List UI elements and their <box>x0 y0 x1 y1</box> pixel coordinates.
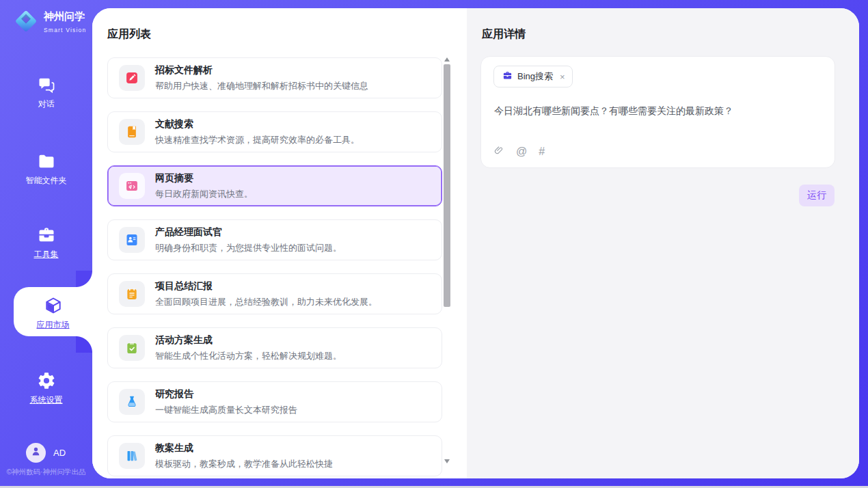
app-name: 产品经理面试官 <box>155 226 342 239</box>
edit-square-icon <box>119 65 145 91</box>
app-description: 每日政府新闻资讯快查。 <box>155 188 253 200</box>
app-description: 一键智能生成高质量长文本研究报告 <box>155 404 297 416</box>
query-input[interactable]: 今日湖北有哪些新闻要点？有哪些需要关注的最新政策？ <box>494 104 822 118</box>
app-list-item[interactable]: 网页摘要 每日政府新闻资讯快查。 <box>107 165 442 206</box>
logo-diamond-icon <box>12 8 40 38</box>
notepad-icon <box>119 281 145 307</box>
app-detail-panel: 应用详情 Bing搜索 × 今日湖北有哪些新闻要点？有哪些需要关注的最新政策？ … <box>467 8 859 478</box>
app-detail-title: 应用详情 <box>482 27 526 42</box>
sidebar-item-label: 对话 <box>0 98 92 110</box>
app-description: 帮助用户快速、准确地理解和解析招标书中的关键信息 <box>155 80 368 92</box>
user-name: AD <box>53 448 66 458</box>
sidebar-item-settings[interactable]: 系统设置 <box>0 371 92 406</box>
run-button[interactable]: 运行 <box>799 185 835 206</box>
app-name: 活动方案生成 <box>155 334 342 347</box>
active-pill-bottom-curve <box>76 336 92 353</box>
sidebar-item-chat[interactable]: 对话 <box>0 75 92 110</box>
app-list-item[interactable]: 活动方案生成 智能生成个性化活动方案，轻松解决规划难题。 <box>107 327 442 368</box>
tool-chip-label: Bing搜索 <box>517 70 553 83</box>
app-description: 智能生成个性化活动方案，轻松解决规划难题。 <box>155 350 342 362</box>
user-account[interactable]: AD <box>26 443 66 463</box>
app-list-item[interactable]: 项目总结汇报 全面回顾项目进展，总结经验教训，助力未来优化发展。 <box>107 273 442 314</box>
hash-topic-icon[interactable]: # <box>539 146 545 157</box>
folder-icon <box>0 152 92 171</box>
app-name: 文献搜索 <box>155 118 360 131</box>
flask-icon <box>119 389 145 415</box>
sidebar-item-label: 系统设置 <box>0 394 92 406</box>
app-name: 研究报告 <box>155 388 297 401</box>
main-content: 应用列表 招标文件解析 帮助用户快速、准确地理解和解析招标书中的关键信息 文献搜… <box>92 8 859 478</box>
sidebar-item-label: 应用市场 <box>14 319 92 331</box>
app-description: 明确身份和职责，为您提供专业性的面试问题。 <box>155 242 342 254</box>
app-list-item[interactable]: 产品经理面试官 明确身份和职责，为您提供专业性的面试问题。 <box>107 219 442 260</box>
composer-toolbar: @ # <box>493 145 545 159</box>
copyright-footer: ©神州数码·神州问学出品 <box>0 467 92 477</box>
paperclip-icon[interactable] <box>493 145 504 159</box>
sidebar: 神州问学 Smart Vision 对话 智能文件夹 工具集 应用市场 系统设置… <box>0 0 92 488</box>
app-name: 招标文件解析 <box>155 64 368 77</box>
books-icon <box>119 443 145 469</box>
brand-name: 神州问学 <box>44 10 85 22</box>
clipboard-check-icon <box>119 335 145 361</box>
active-pill-top-curve <box>76 271 92 287</box>
sidebar-item-label: 智能文件夹 <box>0 175 92 187</box>
cube-icon <box>14 296 92 315</box>
sidebar-item-smart-folder[interactable]: 智能文件夹 <box>0 152 92 187</box>
tool-chip-bing-search[interactable]: Bing搜索 × <box>493 66 573 87</box>
sidebar-item-label: 工具集 <box>0 249 92 260</box>
app-description: 模板驱动，教案秒成，教学准备从此轻松快捷 <box>155 458 333 470</box>
scrollbar[interactable] <box>442 57 452 463</box>
brand-subtitle: Smart Vision <box>44 27 86 33</box>
briefcase-icon <box>502 70 513 83</box>
close-icon[interactable]: × <box>560 72 565 82</box>
gear-icon <box>0 371 92 390</box>
app-list-item[interactable]: 研究报告 一键智能生成高质量长文本研究报告 <box>107 381 442 422</box>
interview-icon <box>119 227 145 253</box>
app-list-item[interactable]: 招标文件解析 帮助用户快速、准确地理解和解析招标书中的关键信息 <box>107 57 442 98</box>
scroll-up-icon[interactable] <box>444 57 450 62</box>
browser-icon <box>119 173 145 199</box>
brand-logo: 神州问学 Smart Vision <box>12 8 92 38</box>
app-name: 教案生成 <box>155 442 333 455</box>
at-mention-icon[interactable]: @ <box>516 146 527 157</box>
app-description: 全面回顾项目进展，总结经验教训，助力未来优化发展。 <box>155 296 377 308</box>
app-description: 快速精准查找学术资源，提高研究效率的必备工具。 <box>155 134 360 146</box>
chat-icon <box>0 75 92 94</box>
app-list-panel: 应用列表 招标文件解析 帮助用户快速、准确地理解和解析招标书中的关键信息 文献搜… <box>92 8 467 478</box>
app-config-card: Bing搜索 × 今日湖北有哪些新闻要点？有哪些需要关注的最新政策？ @ # <box>480 56 835 168</box>
app-list-item[interactable]: 教案生成 模板驱动，教案秒成，教学准备从此轻松快捷 <box>107 435 442 476</box>
app-list-item[interactable]: 文献搜索 快速精准查找学术资源，提高研究效率的必备工具。 <box>107 111 442 152</box>
scroll-down-icon[interactable] <box>444 459 450 463</box>
avatar <box>26 443 46 463</box>
sidebar-item-app-market-active[interactable]: 应用市场 <box>14 287 92 336</box>
app-list: 招标文件解析 帮助用户快速、准确地理解和解析招标书中的关键信息 文献搜索 快速精… <box>107 57 442 478</box>
sidebar-item-toolset[interactable]: 工具集 <box>0 226 92 260</box>
person-icon <box>30 446 42 460</box>
app-name: 网页摘要 <box>155 172 253 185</box>
app-name: 项目总结汇报 <box>155 280 377 293</box>
toolbox-icon <box>0 226 92 245</box>
scrollbar-thumb[interactable] <box>444 64 450 307</box>
app-list-title: 应用列表 <box>107 27 151 42</box>
book-icon <box>119 119 145 145</box>
